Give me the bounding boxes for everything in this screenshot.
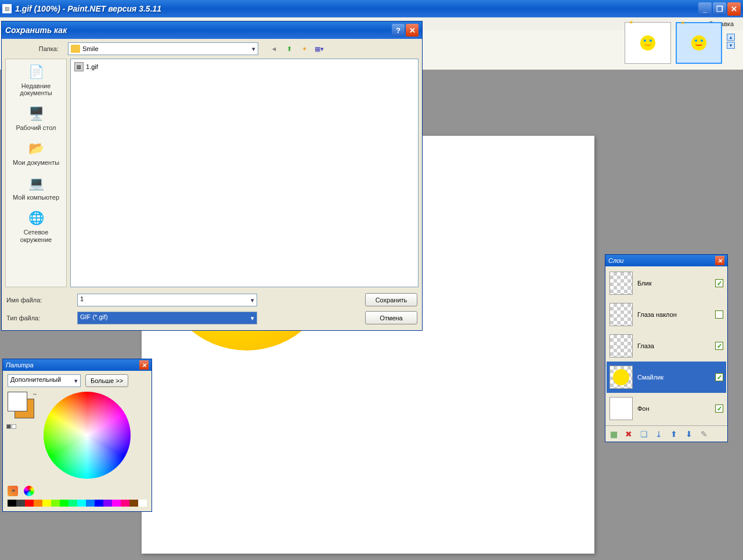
layers-panel-titlebar[interactable]: Слои ✕ (605, 255, 727, 266)
mydocs-icon: 📂 (27, 139, 45, 158)
layer-visibility-checkbox[interactable]: ✓ (715, 373, 723, 381)
palette-color-cell[interactable] (121, 500, 129, 507)
filename-input[interactable]: 1 (77, 294, 257, 306)
layer-mergedown-icon[interactable]: ⤓ (653, 428, 665, 440)
color-swatch[interactable]: ↔ (8, 392, 37, 421)
layer-moveup-icon[interactable]: ⬆ (668, 428, 680, 440)
place-mydocs[interactable]: 📂 Мои документы (7, 139, 65, 166)
palette-color-strip[interactable] (8, 500, 147, 507)
layer-row[interactable]: Блик✓ (607, 268, 726, 299)
file-name: 1.gif (86, 63, 98, 70)
default-colors-icon[interactable] (6, 424, 16, 429)
file-item[interactable]: ▨ 1.gif (73, 62, 416, 72)
nav-newfolder-icon[interactable]: ✶ (299, 44, 309, 54)
palette-panel-close-icon[interactable]: ✕ (139, 360, 149, 370)
modified-star-icon: ✶ (680, 20, 685, 26)
document-thumbnails: ✶ ✶ ▲ ▼ (625, 17, 735, 66)
layers-toolbar: ▦ ✖ ❏ ⤓ ⬆ ⬇ ✎ (605, 425, 727, 442)
layer-visibility-checkbox[interactable]: ✓ (715, 404, 723, 413)
minimize-button[interactable]: _ (698, 2, 712, 16)
maximize-button[interactable]: ❐ (713, 2, 726, 16)
layer-row[interactable]: Смайлик✓ (607, 362, 726, 393)
place-mycomputer[interactable]: 💻 Мой компьютер (7, 174, 65, 201)
layer-duplicate-icon[interactable]: ❏ (638, 428, 650, 440)
file-list[interactable]: ▨ 1.gif (70, 59, 419, 287)
save-button[interactable]: Сохранить (365, 293, 417, 306)
file-icon: ▨ (74, 62, 84, 71)
nav-back-icon[interactable]: ◄ (269, 44, 279, 54)
folder-icon (71, 45, 80, 53)
thumb-scroll-down-icon[interactable]: ▼ (727, 42, 735, 49)
palette-color-cell[interactable] (16, 500, 25, 507)
dialog-close-button[interactable]: ✕ (406, 24, 419, 37)
layer-thumbnail (609, 397, 633, 420)
palette-color-cell[interactable] (77, 500, 86, 507)
places-bar: 📄 Недавние документы 🖥️ Рабочий стол 📂 М… (5, 59, 67, 287)
layer-row[interactable]: Глаза✓ (607, 330, 726, 362)
palette-color-cell[interactable] (86, 500, 95, 507)
layer-row[interactable]: Фон✓ (607, 393, 726, 424)
layers-panel-close-icon[interactable]: ✕ (715, 256, 724, 265)
thumb-scroll-up-icon[interactable]: ▲ (727, 34, 735, 41)
close-button[interactable]: ✕ (727, 2, 741, 16)
folder-value: Smile (82, 45, 99, 52)
palette-color-cell[interactable] (68, 500, 77, 507)
palette-manage-icon[interactable] (24, 486, 34, 496)
place-network[interactable]: 🌐 Сетевое окружение (7, 209, 65, 243)
layer-thumbnail (609, 366, 633, 389)
nav-view-icon[interactable]: ▦▾ (314, 44, 324, 54)
palette-mode-combo[interactable]: Дополнительный (8, 374, 81, 387)
palette-more-button[interactable]: Больше >> (85, 374, 128, 387)
app-icon: ▨ (2, 4, 12, 13)
palette-swatches-icon[interactable] (8, 486, 18, 496)
layer-delete-icon[interactable]: ✖ (623, 428, 634, 440)
place-recent[interactable]: 📄 Недавние документы (7, 63, 65, 96)
palette-color-cell[interactable] (95, 500, 103, 507)
dialog-titlebar: Сохранить как ? ✕ (2, 21, 422, 39)
layer-row[interactable]: Глаза наклон (607, 299, 726, 330)
layer-add-icon[interactable]: ▦ (608, 428, 619, 440)
layers-panel: Слои ✕ Блик✓Глаза наклонГлаза✓Смайлик✓Фо… (605, 254, 728, 442)
layer-properties-icon[interactable]: ✎ (698, 428, 710, 440)
palette-color-cell[interactable] (51, 500, 60, 507)
palette-panel-titlebar[interactable]: Палитра ✕ (3, 359, 152, 371)
layer-visibility-checkbox[interactable] (715, 310, 723, 319)
palette-panel: Палитра ✕ Дополнительный Больше >> ↔ (2, 359, 152, 512)
palette-color-cell[interactable] (42, 500, 51, 507)
nav-up-icon[interactable]: ⬆ (284, 44, 294, 54)
filetype-label: Тип файла: (6, 315, 71, 321)
palette-color-cell[interactable] (103, 500, 112, 507)
palette-color-cell[interactable] (34, 500, 42, 507)
folder-label: Папка: (6, 45, 64, 52)
document-thumb-1[interactable]: ✶ (625, 22, 671, 64)
layer-name-label: Глаза наклон (637, 311, 710, 318)
layer-movedown-icon[interactable]: ⬇ (683, 428, 695, 440)
palette-color-cell[interactable] (25, 500, 34, 507)
swap-colors-icon[interactable]: ↔ (32, 391, 38, 397)
desktop-icon: 🖥️ (27, 104, 45, 123)
palette-color-cell[interactable] (8, 500, 16, 507)
dialog-title: Сохранить как (5, 26, 391, 35)
palette-color-cell[interactable] (112, 500, 121, 507)
computer-icon: 💻 (27, 174, 45, 193)
primary-color-swatch[interactable] (8, 392, 27, 411)
folder-combo[interactable]: Smile (68, 42, 258, 55)
layer-visibility-checkbox[interactable]: ✓ (715, 279, 723, 287)
palette-panel-title: Палитра (6, 362, 139, 368)
network-icon: 🌐 (27, 209, 45, 227)
document-thumb-2[interactable]: ✶ (676, 22, 722, 64)
color-wheel[interactable] (44, 392, 131, 479)
palette-color-cell[interactable] (60, 500, 68, 507)
dialog-help-button[interactable]: ? (392, 24, 405, 37)
palette-color-cell[interactable] (138, 500, 147, 507)
layer-thumbnail (609, 334, 633, 357)
palette-color-cell[interactable] (129, 500, 138, 507)
cancel-button[interactable]: Отмена (365, 311, 417, 324)
save-as-dialog: Сохранить как ? ✕ Папка: Smile ◄ ⬆ ✶ ▦▾ … (1, 21, 423, 331)
layers-panel-title: Слои (608, 257, 715, 264)
filetype-combo[interactable]: GIF (*.gif) (77, 312, 257, 324)
layer-visibility-checkbox[interactable]: ✓ (715, 342, 723, 350)
place-desktop[interactable]: 🖥️ Рабочий стол (7, 104, 65, 131)
layer-thumbnail (609, 303, 633, 326)
app-titlebar: ▨ 1.gif (100%) - Paint.NET версия 3.5.11… (0, 0, 743, 17)
